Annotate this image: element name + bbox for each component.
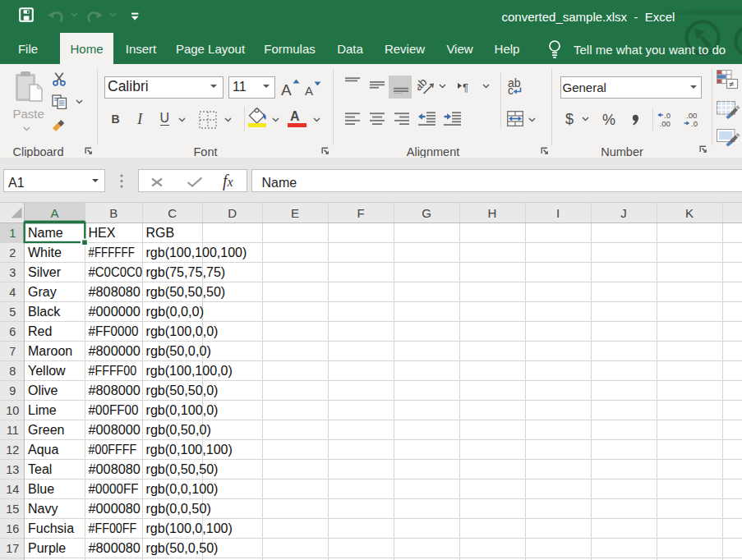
svg-text:Maroon: Maroon <box>28 344 72 358</box>
svg-text:I: I <box>556 206 560 220</box>
svg-text:#800080: #800080 <box>89 541 141 555</box>
svg-text:9: 9 <box>9 384 16 397</box>
svg-text:G: G <box>422 206 431 220</box>
svg-text:rgb(0,0,0): rgb(0,0,0) <box>146 305 205 319</box>
svg-text:4: 4 <box>9 286 16 299</box>
svg-text:#800000: #800000 <box>89 344 141 358</box>
svg-text:Silver: Silver <box>28 265 62 279</box>
svg-text:RGB: RGB <box>146 226 175 240</box>
svg-text:12: 12 <box>6 443 19 457</box>
svg-text:rgb(0,50,50): rgb(0,50,50) <box>146 462 219 476</box>
svg-text:7: 7 <box>9 345 16 358</box>
svg-text:J: J <box>620 206 627 220</box>
svg-text:Navy: Navy <box>28 502 58 516</box>
svg-text:5: 5 <box>9 305 16 319</box>
svg-text:14: 14 <box>6 483 19 496</box>
svg-text:rgb(100,0,100): rgb(100,0,100) <box>146 521 233 535</box>
svg-text:#FFFFFF: #FFFFFF <box>89 246 135 259</box>
svg-text:D: D <box>228 206 237 220</box>
svg-text:#008000: #008000 <box>89 423 141 437</box>
svg-text:#808080: #808080 <box>89 285 141 299</box>
svg-text:11: 11 <box>7 424 19 437</box>
svg-text:Green: Green <box>28 423 64 437</box>
svg-text:.0: .0 <box>691 119 698 127</box>
svg-text:Lime: Lime <box>28 403 57 417</box>
svg-text:Yellow: Yellow <box>28 364 66 378</box>
svg-text:rgb(0,50,0): rgb(0,50,0) <box>146 423 211 437</box>
svg-text:16: 16 <box>6 522 19 535</box>
svg-text:#00FF00: #00FF00 <box>89 403 139 417</box>
svg-text:F: F <box>357 206 364 220</box>
svg-text:rgb(75,75,75): rgb(75,75,75) <box>146 265 226 279</box>
svg-text:#FF00FF: #FF00FF <box>89 521 137 535</box>
svg-text:rgb(50,0,0): rgb(50,0,0) <box>146 344 211 358</box>
svg-text:≠: ≠ <box>730 79 735 89</box>
svg-text:.00: .00 <box>660 119 671 127</box>
svg-text:H: H <box>488 206 497 220</box>
svg-text:#008080: #008080 <box>89 462 141 476</box>
svg-text:#FF0000: #FF0000 <box>89 324 139 338</box>
svg-text:rgb(0,100,100): rgb(0,100,100) <box>146 443 233 457</box>
svg-text:6: 6 <box>9 325 16 338</box>
svg-text:#808000: #808000 <box>89 383 141 397</box>
svg-text:#0000FF: #0000FF <box>89 482 139 496</box>
svg-text:rgb(0,0,50): rgb(0,0,50) <box>146 502 211 516</box>
svg-text:2: 2 <box>9 246 16 259</box>
svg-text:ab: ab <box>417 77 429 93</box>
svg-text:rgb(0,0,100): rgb(0,0,100) <box>146 482 219 496</box>
svg-text:17: 17 <box>6 542 19 555</box>
svg-text:1: 1 <box>9 227 16 240</box>
svg-text:Olive: Olive <box>28 383 58 397</box>
svg-text:15: 15 <box>6 503 19 516</box>
svg-text:Aqua: Aqua <box>28 443 58 457</box>
svg-text:K: K <box>685 206 694 220</box>
svg-text:10: 10 <box>6 404 19 417</box>
svg-text:White: White <box>28 246 62 259</box>
svg-text:rgb(0,100,0): rgb(0,100,0) <box>146 403 219 417</box>
svg-text:c: c <box>508 84 514 97</box>
svg-text:rgb(50,0,50): rgb(50,0,50) <box>146 541 219 555</box>
svg-text:#000080: #000080 <box>89 502 141 516</box>
svg-text:Black: Black <box>28 305 61 319</box>
svg-text:13: 13 <box>6 463 19 476</box>
svg-text:E: E <box>291 206 299 220</box>
svg-text:rgb(50,50,0): rgb(50,50,0) <box>146 383 219 397</box>
svg-text:#000000: #000000 <box>89 305 141 319</box>
svg-text:Gray: Gray <box>28 285 57 299</box>
svg-text:rgb(100,100,0): rgb(100,100,0) <box>146 364 233 378</box>
svg-text:3: 3 <box>9 266 16 279</box>
svg-text:rgb(100,100,100): rgb(100,100,100) <box>146 246 247 259</box>
svg-text:#00FFFF: #00FFFF <box>89 443 137 457</box>
svg-text:Name: Name <box>28 226 63 240</box>
svg-text:rgb(50,50,50): rgb(50,50,50) <box>146 285 226 299</box>
svg-text:Purple: Purple <box>28 541 66 555</box>
svg-text:B: B <box>109 206 118 220</box>
svg-text:#FFFF00: #FFFF00 <box>89 364 137 378</box>
svg-text:8: 8 <box>9 365 16 378</box>
svg-text:Blue: Blue <box>28 482 54 496</box>
svg-text:Red: Red <box>28 324 52 338</box>
svg-text:Fuchsia: Fuchsia <box>28 521 74 535</box>
svg-text:A: A <box>50 206 58 220</box>
svg-text:HEX: HEX <box>89 226 116 240</box>
svg-text:Teal: Teal <box>28 462 52 476</box>
svg-text:rgb(100,0,0): rgb(100,0,0) <box>146 324 219 338</box>
svg-text:¶: ¶ <box>463 81 468 93</box>
svg-text:#C0C0C0: #C0C0C0 <box>89 265 143 279</box>
svg-text:C: C <box>168 206 177 220</box>
